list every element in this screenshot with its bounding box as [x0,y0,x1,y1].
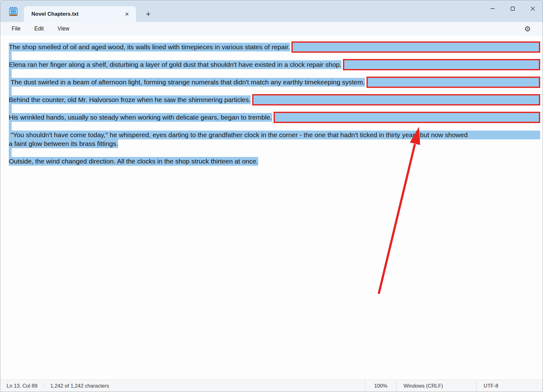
selected-text[interactable]: The shop smelled of oil and aged wood, i… [9,43,290,51]
settings-gear-icon[interactable]: ⚙ [520,24,535,34]
menu-bar: File Edit View ⚙ [0,22,543,35]
selected-newline-mark [9,148,12,157]
notepad-app-icon [9,7,18,17]
text-editor-area[interactable]: The shop smelled of oil and aged wood, i… [0,35,543,380]
trailing-whitespace-annotation-box [274,112,540,123]
menu-edit[interactable]: Edit [30,24,48,34]
zoom-level-value: 100% [374,383,387,389]
selected-text[interactable]: Behind the counter, old Mr. Halvorson fr… [9,95,251,104]
text-line[interactable]: Behind the counter, old Mr. Halvorson fr… [9,95,540,104]
line-ending[interactable]: Windows (CRLF) [396,380,476,392]
line-ending-value: Windows (CRLF) [404,383,443,389]
text-line[interactable]: Elena ran her finger along a shelf, dist… [9,60,540,69]
trailing-whitespace-annotation-box [252,94,540,105]
selected-newline-mark [9,122,12,131]
trailing-whitespace-annotation-box [367,77,540,88]
tab-title: Novel Chapters.txt [31,11,122,17]
menu-view[interactable]: View [53,24,74,34]
menu-file[interactable]: File [7,24,25,34]
close-icon [531,7,535,11]
empty-line [9,148,540,157]
encoding-value: UTF-8 [484,383,498,389]
status-bar: Ln 13, Col 89 1,242 of 1,242 characters … [0,379,543,392]
selected-newline-mark [9,51,12,60]
selected-newline-mark [9,69,12,78]
close-button[interactable] [523,0,543,17]
text-line[interactable]: Outside, the wind changed direction. All… [9,157,540,166]
encoding[interactable]: UTF-8 [476,380,543,392]
window-controls [482,0,543,17]
selected-newline-mark [9,87,12,95]
text-line[interactable]: "You shouldn't have come today," he whis… [9,131,540,139]
text-line[interactable]: The dust swirled in a beam of afternoon … [9,78,540,87]
text-line[interactable]: The shop smelled of oil and aged wood, i… [9,43,540,51]
tab-close-icon[interactable]: ✕ [122,9,132,19]
maximize-icon [511,7,515,11]
zoom-level[interactable]: 100% [365,380,396,392]
maximize-button[interactable] [502,0,523,17]
empty-line [9,122,540,131]
text-line[interactable]: His wrinkled hands, usually so steady wh… [9,113,540,122]
trailing-whitespace-annotation-box [291,41,540,53]
text-line[interactable]: a faint glow between its brass fittings. [9,139,540,148]
character-count: 1,242 of 1,242 characters [44,383,115,389]
title-bar: Novel Chapters.txt ✕ + [0,0,543,22]
selected-text[interactable]: His wrinkled hands, usually so steady wh… [9,113,272,122]
new-tab-button[interactable]: + [142,8,154,20]
selected-text[interactable]: The dust swirled in a beam of afternoon … [9,78,365,87]
document-tab[interactable]: Novel Chapters.txt ✕ [24,6,136,22]
notepad-window: Novel Chapters.txt ✕ + File Edit View ⚙ … [0,0,543,392]
minimize-icon [491,7,495,11]
selected-newline-mark [9,104,12,113]
selected-text[interactable]: a faint glow between its brass fittings. [9,139,118,148]
selected-text[interactable]: Elena ran her finger along a shelf, dist… [9,60,341,69]
trailing-whitespace-annotation-box [343,59,540,70]
minimize-button[interactable] [482,0,502,17]
selected-text[interactable]: Outside, the wind changed direction. All… [9,157,258,166]
selected-text[interactable]: "You shouldn't have come today," he whis… [9,131,540,139]
cursor-position: Ln 13, Col 89 [0,383,44,389]
